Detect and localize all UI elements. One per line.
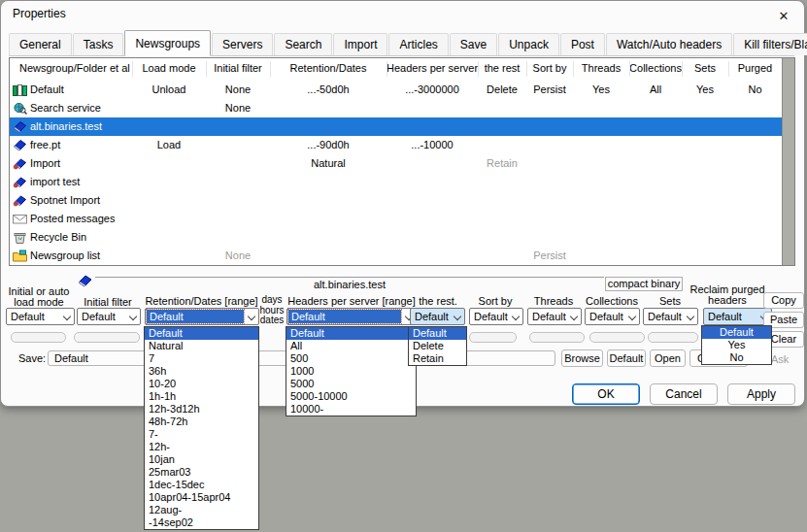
- column-divider: [478, 61, 479, 77]
- retention-combobox[interactable]: Default: [145, 308, 259, 325]
- row-name: Import: [30, 154, 60, 173]
- column-header-sort[interactable]: Sort by: [526, 62, 573, 74]
- dropdown-option[interactable]: Default: [702, 326, 771, 339]
- dropdown-option[interactable]: 7-: [145, 428, 258, 441]
- table-row[interactable]: alt.binaries.test: [10, 117, 782, 136]
- table-row[interactable]: import test: [10, 173, 782, 191]
- dropdown-option[interactable]: Yes: [702, 339, 771, 351]
- apply-button[interactable]: Apply: [727, 383, 795, 405]
- table-row[interactable]: Newsgroup listNonePersist: [10, 247, 782, 265]
- dropdown-option[interactable]: Delete: [409, 340, 466, 352]
- cell-sort: Persist: [526, 247, 573, 265]
- tab-servers[interactable]: Servers: [212, 33, 273, 55]
- dropdown-option[interactable]: 12h-: [145, 441, 258, 453]
- tab-import[interactable]: Import: [333, 33, 387, 55]
- tab-tasks[interactable]: Tasks: [73, 33, 124, 55]
- column-header-load[interactable]: Load mode: [132, 62, 206, 74]
- tab-post[interactable]: Post: [560, 33, 605, 55]
- table-header: Newsgroup/Folder et alLoad modeInitial f…: [10, 58, 782, 80]
- disabled-field: [589, 332, 645, 343]
- window-title: Properties: [13, 7, 66, 20]
- dropdown-option[interactable]: Default: [145, 327, 258, 340]
- dropdown-option[interactable]: Default: [286, 327, 416, 340]
- headers-dropdown-list: DefaultAll500100050005000-1000010000-: [286, 326, 417, 416]
- dropdown-option[interactable]: 5000-10000: [286, 390, 416, 403]
- dropdown-option[interactable]: 12h-3d12h: [145, 403, 258, 416]
- chevron-down-icon: [248, 313, 255, 320]
- column-header-purged[interactable]: Purged: [728, 62, 782, 74]
- column-header-collections[interactable]: Collections: [629, 62, 682, 74]
- dropdown-option[interactable]: Retain: [409, 352, 466, 365]
- table-row[interactable]: Recycle Bin: [10, 228, 782, 247]
- reclaim-combobox[interactable]: Default: [703, 308, 772, 325]
- column-header-headers[interactable]: Headers per server: [387, 62, 478, 74]
- column-header-rest[interactable]: the rest: [478, 62, 526, 74]
- dropdown-option[interactable]: 7: [145, 352, 258, 365]
- column-header-name[interactable]: Newsgroup/Folder et al: [19, 62, 130, 74]
- newsgroup-book-icon: [13, 139, 27, 151]
- dropdown-option[interactable]: 10000-: [286, 403, 416, 416]
- table-scrollbar[interactable]: [782, 58, 794, 265]
- column-divider: [728, 61, 729, 77]
- column-header-retention[interactable]: Retention/Dates: [270, 62, 387, 74]
- dropdown-option[interactable]: 10-20: [145, 378, 258, 390]
- dropdown-option[interactable]: 1h-1h: [145, 390, 258, 403]
- dropdown-option[interactable]: 1000: [286, 365, 416, 378]
- default-button[interactable]: Default: [607, 349, 646, 367]
- table-row[interactable]: DefaultUnloadNone...-50d0h...-3000000Del…: [10, 81, 782, 99]
- copy-button[interactable]: Copy: [763, 292, 804, 309]
- dropdown-option[interactable]: No: [702, 351, 771, 364]
- column-header-sets[interactable]: Sets: [682, 62, 728, 74]
- dropdown-option[interactable]: 10apr04-15apr04: [145, 491, 258, 504]
- ok-button[interactable]: OK: [572, 383, 640, 405]
- headers-per-server-combobox[interactable]: Default: [286, 308, 417, 325]
- load-mode-combobox[interactable]: Default: [6, 308, 75, 325]
- tab-watch-auto-headers[interactable]: Watch/Auto headers: [606, 33, 732, 55]
- dropdown-option[interactable]: -14sep02: [145, 516, 258, 529]
- dropdown-option[interactable]: 5000: [286, 378, 416, 390]
- open-button[interactable]: Open: [650, 349, 686, 367]
- tab-general[interactable]: General: [9, 33, 72, 55]
- close-icon[interactable]: ✕: [771, 5, 796, 28]
- row-name: Search service: [30, 99, 101, 117]
- cell-filter: None: [206, 99, 270, 117]
- tab-save[interactable]: Save: [450, 33, 497, 55]
- table-row[interactable]: Posted messages: [10, 210, 782, 228]
- dropdown-option[interactable]: 36h: [145, 365, 258, 378]
- sort-by-combobox[interactable]: Default: [469, 308, 523, 325]
- tab-kill-filters-blacklist[interactable]: Kill filters/Blacklist: [733, 33, 807, 55]
- sets-combobox[interactable]: Default: [643, 308, 698, 325]
- dropdown-option[interactable]: 12aug-: [145, 504, 258, 516]
- tab-articles[interactable]: Articles: [388, 33, 448, 55]
- dropdown-option[interactable]: 25mar03: [145, 466, 258, 479]
- tab-unpack[interactable]: Unpack: [498, 33, 559, 55]
- dropdown-option[interactable]: 500: [286, 352, 416, 365]
- dropdown-option[interactable]: 48h-72h: [145, 416, 258, 428]
- disabled-field: [648, 332, 698, 343]
- table-row[interactable]: free.ptLoad...-90d0h...-10000: [10, 136, 782, 154]
- the-rest-combobox[interactable]: Default: [410, 308, 465, 325]
- table-row[interactable]: Search serviceNone: [10, 99, 782, 117]
- column-header-threads[interactable]: Threads: [573, 62, 629, 74]
- dropdown-option[interactable]: 10jan: [145, 453, 258, 466]
- table-row[interactable]: Spotnet Import: [10, 191, 782, 210]
- cancel-button[interactable]: Cancel: [650, 383, 718, 405]
- dropdown-option[interactable]: All: [286, 340, 416, 352]
- import-book-icon: [13, 157, 27, 170]
- threads-combobox[interactable]: Default: [527, 308, 582, 325]
- chevron-down-icon: [129, 313, 137, 320]
- dropdown-option[interactable]: Default: [409, 327, 466, 340]
- column-header-filter[interactable]: Initial filter: [206, 62, 270, 74]
- dropdown-option[interactable]: Natural: [145, 340, 258, 352]
- table-row[interactable]: ImportNaturalRetain: [10, 154, 782, 173]
- collections-combobox[interactable]: Default: [585, 308, 640, 325]
- cell-load: Load: [132, 136, 206, 154]
- initial-filter-combobox[interactable]: Default: [77, 308, 141, 325]
- row-name: import test: [30, 173, 80, 191]
- dropdown-option[interactable]: 1dec-15dec: [145, 479, 258, 491]
- chevron-down-icon: [63, 313, 71, 320]
- cell-filter: None: [206, 81, 270, 99]
- browse-button[interactable]: Browse: [561, 349, 603, 367]
- tab-newsgroups[interactable]: Newsgroups: [124, 30, 211, 56]
- tab-search[interactable]: Search: [274, 33, 332, 55]
